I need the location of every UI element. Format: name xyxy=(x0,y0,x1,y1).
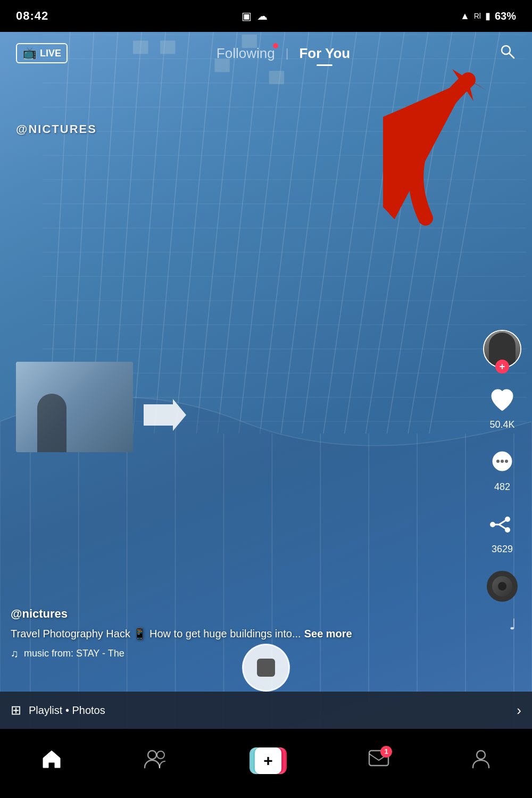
nav-tabs: Following | For You xyxy=(217,45,350,62)
like-button[interactable] xyxy=(486,384,518,416)
status-bar-center: ▣ ☁ xyxy=(242,10,268,22)
like-action: 50.4K xyxy=(486,384,518,430)
like-count: 50.4K xyxy=(489,419,514,430)
swipe-arrow xyxy=(144,399,186,438)
see-more-button[interactable]: See more xyxy=(304,626,352,641)
calendar-icon: ▣ xyxy=(242,10,252,22)
comment-button[interactable] xyxy=(486,446,518,478)
music-disc-center xyxy=(498,582,506,591)
status-icons: ▲ Rl ▮ 63% xyxy=(460,10,516,22)
tab-following[interactable]: Following xyxy=(217,45,275,62)
right-actions-sidebar: + 50.4K 482 xyxy=(483,330,521,602)
nav-add[interactable]: + xyxy=(250,747,287,774)
creator-avatar[interactable]: + xyxy=(483,330,521,368)
share-button[interactable] xyxy=(486,509,518,541)
music-note-icon: ♫ xyxy=(11,647,19,660)
share-action: 3629 xyxy=(486,509,518,555)
svg-point-70 xyxy=(157,751,164,759)
bottom-nav: + 1 xyxy=(0,729,532,798)
caption-text: Travel Photography Hack 📱 How to get hug… xyxy=(11,626,301,641)
notification-dot xyxy=(273,43,278,48)
record-square xyxy=(257,659,275,677)
nav-home[interactable] xyxy=(41,749,62,774)
creator-handle: @NICTURES xyxy=(16,122,97,136)
battery-icon: ▮ xyxy=(485,10,491,22)
svg-marker-61 xyxy=(144,399,186,431)
add-button[interactable]: + xyxy=(250,747,287,774)
nav-inbox[interactable]: 1 xyxy=(368,749,389,774)
add-button-center: + xyxy=(255,747,281,774)
cloud-icon: ☁ xyxy=(257,10,268,22)
comment-action: 482 xyxy=(486,446,518,493)
tab-for-you[interactable]: For You xyxy=(299,45,350,62)
status-bar: 08:42 ▣ ☁ ▲ Rl ▮ 63% xyxy=(0,0,532,32)
red-arrow-annotation xyxy=(383,69,500,229)
playlist-chevron-icon: › xyxy=(517,702,521,719)
svg-point-63 xyxy=(496,460,500,463)
live-tv-icon: 📺 xyxy=(22,46,37,60)
nav-friends[interactable] xyxy=(144,749,168,774)
svg-point-66 xyxy=(505,517,510,522)
music-note-right: ♩ xyxy=(509,616,516,633)
home-icon xyxy=(41,749,62,774)
svg-point-64 xyxy=(501,460,504,463)
video-username[interactable]: @nictures xyxy=(11,607,479,621)
playlist-bar[interactable]: ⊞ Playlist • Photos › xyxy=(0,692,532,729)
record-button[interactable] xyxy=(242,644,290,692)
profile-icon xyxy=(471,749,491,774)
status-time: 08:42 xyxy=(16,9,48,23)
svg-point-68 xyxy=(490,522,495,527)
live-button[interactable]: 📺 LIVE xyxy=(16,43,68,63)
nav-profile[interactable] xyxy=(471,749,491,774)
wifi-icon: ▲ xyxy=(460,11,470,22)
battery-percent: 63% xyxy=(495,10,516,22)
playlist-icon: ⊞ xyxy=(11,703,21,718)
side-thumbnail xyxy=(16,362,133,452)
svg-point-67 xyxy=(505,527,510,533)
live-label: LIVE xyxy=(40,48,61,59)
svg-point-69 xyxy=(148,751,156,759)
record-button-container xyxy=(242,644,290,692)
svg-point-65 xyxy=(505,460,508,463)
share-count: 3629 xyxy=(492,544,513,555)
signal-icon: Rl xyxy=(474,12,481,20)
friends-icon xyxy=(144,749,168,774)
svg-line-58 xyxy=(509,53,514,58)
playlist-text: Playlist • Photos xyxy=(29,704,509,717)
follow-button[interactable]: + xyxy=(495,360,509,373)
tab-divider: | xyxy=(286,46,289,60)
inbox-notification-badge: 1 xyxy=(380,746,392,758)
svg-point-72 xyxy=(477,751,485,759)
music-text: music from: STAY - The xyxy=(24,648,124,659)
top-nav: 📺 LIVE Following | For You xyxy=(0,32,532,74)
comment-count: 482 xyxy=(494,481,510,493)
search-button[interactable] xyxy=(499,43,516,64)
video-caption: Travel Photography Hack 📱 How to get hug… xyxy=(11,626,479,641)
music-disc[interactable] xyxy=(487,571,518,602)
